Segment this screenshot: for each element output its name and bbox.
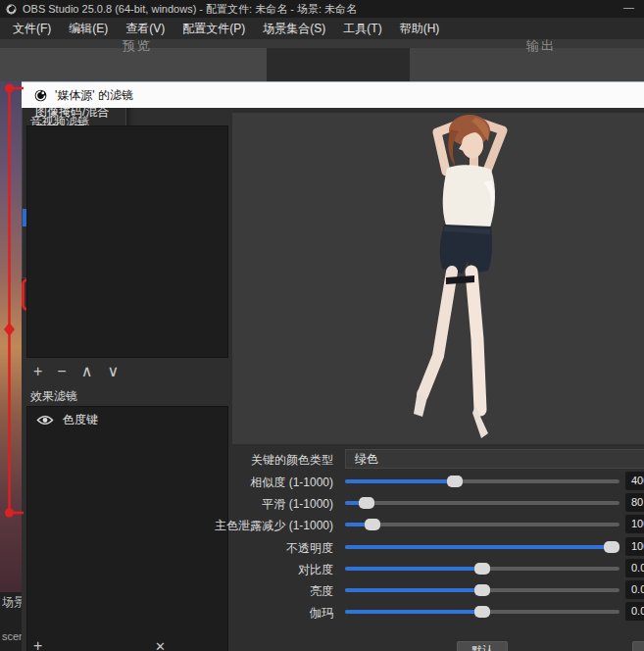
- output-dock-label: 输出: [526, 37, 556, 55]
- defaults-button[interactable]: 默认: [457, 641, 508, 651]
- menu-scene-collection[interactable]: 场景集合(S): [254, 18, 334, 40]
- contrast-label: 对比度: [22, 562, 333, 578]
- gamma-row: 伽玛 0.00: [22, 602, 644, 622]
- visibility-eye-icon[interactable]: [36, 415, 54, 426]
- key-color-type-select[interactable]: 绿色: [345, 449, 644, 469]
- filter-item-label: 色度键: [63, 412, 98, 428]
- similarity-value[interactable]: 400: [625, 472, 644, 490]
- slider-handle[interactable]: [359, 497, 374, 509]
- scene-list-item[interactable]: scen: [2, 630, 24, 642]
- smoothness-value[interactable]: 80: [625, 493, 644, 512]
- spill-reduction-label: 主色泄露减少 (1-1000): [22, 518, 333, 534]
- slider-handle[interactable]: [474, 606, 490, 618]
- scenes-dock-label: 场景: [2, 594, 24, 611]
- key-color-type-row: 关键的颜色类型 绿色: [22, 449, 644, 469]
- window-titlebar: OBS Studio 25.0.8 (64-bit, windows) - 配置…: [0, 0, 644, 18]
- slider-handle[interactable]: [447, 476, 463, 487]
- opacity-slider[interactable]: [345, 545, 619, 549]
- move-filter-down-button[interactable]: ∨: [107, 364, 119, 379]
- slider-handle[interactable]: [474, 563, 490, 575]
- move-filter-up-button[interactable]: ∧: [81, 364, 93, 379]
- similarity-label: 相似度 (1-1000): [22, 475, 333, 491]
- slider-handle[interactable]: [474, 584, 490, 596]
- add-effect-filter-button[interactable]: +: [33, 638, 42, 651]
- menu-profile[interactable]: 配置文件(P): [173, 18, 254, 40]
- menu-tools[interactable]: 工具(T): [334, 18, 390, 40]
- contrast-row: 对比度 0.00: [22, 559, 644, 578]
- obs-logo-icon: [6, 4, 17, 15]
- opacity-row: 不透明度 100: [22, 537, 644, 557]
- contrast-value[interactable]: 0.00: [625, 559, 644, 577]
- contrast-slider[interactable]: [345, 567, 619, 571]
- slider-handle[interactable]: [365, 519, 380, 530]
- smoothness-slider[interactable]: [345, 501, 619, 505]
- similarity-row: 相似度 (1-1000) 400: [22, 472, 644, 491]
- slider-handle[interactable]: [604, 541, 619, 553]
- opacity-value[interactable]: 100: [625, 537, 644, 556]
- spill-reduction-row: 主色泄露减少 (1-1000) 100: [22, 515, 644, 534]
- menu-file[interactable]: 文件(F): [4, 18, 60, 40]
- add-filter-button[interactable]: +: [33, 364, 42, 379]
- window-title: OBS Studio 25.0.8 (64-bit, windows) - 配置…: [23, 2, 357, 17]
- menu-edit[interactable]: 编辑(E): [60, 18, 117, 40]
- similarity-slider[interactable]: [345, 479, 619, 483]
- toolbar-partial-icon[interactable]: ✕: [155, 639, 166, 651]
- menu-help[interactable]: 帮助(H): [391, 18, 449, 40]
- smoothness-row: 平滑 (1-1000) 80: [22, 493, 644, 513]
- keyed-person-image: [389, 114, 544, 441]
- gamma-value[interactable]: 0.00: [625, 602, 644, 621]
- obs-logo-icon: [34, 89, 47, 102]
- audio-filters-list[interactable]: [26, 125, 228, 358]
- spill-reduction-slider[interactable]: [345, 523, 619, 526]
- preview-dock-label: 预览: [123, 37, 152, 55]
- gamma-slider[interactable]: [345, 610, 619, 614]
- gamma-label: 伽玛: [22, 605, 333, 622]
- filter-list-item[interactable]: 色度键: [27, 407, 227, 428]
- audio-filters-toolbar: + − ∧ ∨: [33, 364, 119, 379]
- filters-dialog-titlebar[interactable]: '媒体源' 的滤镜: [22, 82, 644, 108]
- brightness-row: 亮度 0.00: [22, 580, 644, 600]
- filters-dialog-title: '媒体源' 的滤镜: [55, 87, 133, 104]
- spill-reduction-value[interactable]: 100: [625, 515, 644, 533]
- effect-filters-header: 效果滤镜: [30, 388, 77, 405]
- remove-filter-button[interactable]: −: [57, 364, 66, 379]
- annotation-red-line: [0, 78, 29, 525]
- brightness-value[interactable]: 0.00: [625, 580, 644, 599]
- menubar: 文件(F) 编辑(E) 查看(V) 配置文件(P) 场景集合(S) 工具(T) …: [0, 18, 644, 39]
- filters-dialog: '媒体源' 的滤镜 音视频滤镜 + − ∧ ∨ 效果滤镜 色度键 + ✕: [22, 81, 644, 651]
- brightness-label: 亮度: [22, 583, 333, 600]
- brightness-slider[interactable]: [345, 588, 619, 592]
- opacity-label: 不透明度: [22, 540, 333, 557]
- backdrop-gap: [267, 48, 410, 81]
- obs-screen: OBS Studio 25.0.8 (64-bit, windows) - 配置…: [0, 0, 644, 651]
- smoothness-label: 平滑 (1-1000): [22, 496, 333, 513]
- close-button-partial[interactable]: [632, 641, 644, 651]
- minimize-button[interactable]: —: [623, 1, 634, 13]
- key-color-type-label: 关键的颜色类型: [22, 452, 333, 469]
